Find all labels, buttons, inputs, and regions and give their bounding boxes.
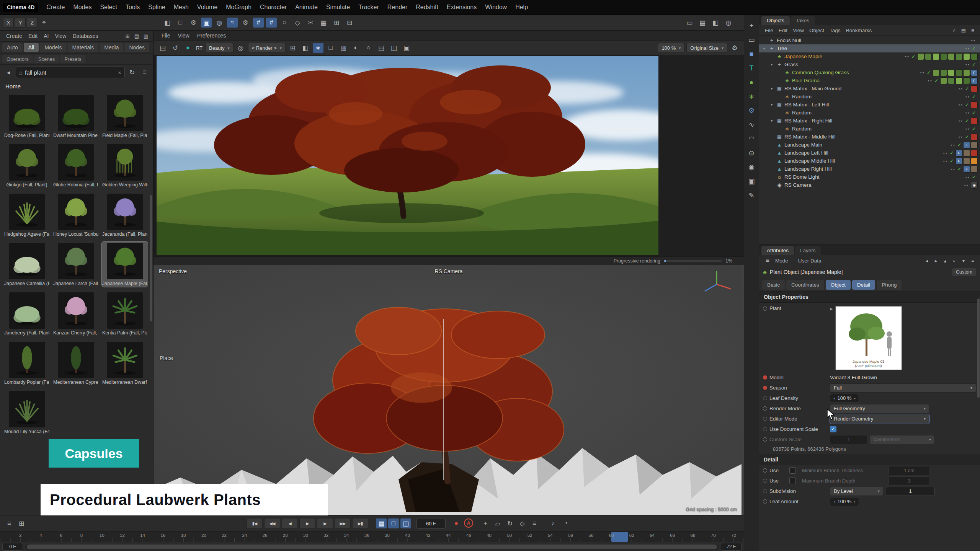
enabled-check-icon[interactable]: ✓ xyxy=(911,54,915,59)
material-tag-icon[interactable] xyxy=(925,53,932,60)
redshift-object-tag-icon[interactable] xyxy=(971,150,978,156)
material-tag-icon[interactable] xyxy=(933,69,939,76)
render-settings-icon[interactable]: ⚙ xyxy=(188,18,199,28)
info-icon[interactable]: ▣ xyxy=(401,43,412,53)
current-frame-field[interactable]: 60 F xyxy=(416,518,446,529)
simulate-icon[interactable]: ≈ xyxy=(227,18,238,28)
redshift-object-tag-icon[interactable] xyxy=(971,117,978,124)
menu-render[interactable]: Render xyxy=(383,2,412,13)
go-to-end-button[interactable]: ▶▮ xyxy=(352,518,368,529)
timeline-tick[interactable]: 38 xyxy=(385,533,390,538)
material-tag-icon[interactable] xyxy=(933,53,939,60)
enabled-check-icon[interactable]: ✓ xyxy=(950,150,954,156)
menu-extensions[interactable]: Extensions xyxy=(443,2,481,13)
timeline-tick[interactable]: 30 xyxy=(303,533,308,538)
timeline-tick[interactable]: 64 xyxy=(650,533,655,538)
asset-tile[interactable]: Lombardy Poplar (Fall... xyxy=(4,340,50,386)
gear-icon[interactable]: ⚙ xyxy=(746,105,757,116)
material-tag-icon[interactable] xyxy=(963,53,970,60)
keyframe-dot[interactable] xyxy=(763,375,767,380)
object-row[interactable]: ▦RS Matrix - Middle Hill●●✓ xyxy=(759,133,980,141)
menu-modes[interactable]: Modes xyxy=(69,2,96,13)
object-row[interactable]: ▲Landscape Right Hill●●✓F xyxy=(759,165,980,173)
timeline-tick[interactable]: 62 xyxy=(629,533,634,538)
visibility-dots-icon[interactable]: ●● xyxy=(905,55,909,58)
object-row[interactable]: ♣Blue Grama●●✓F xyxy=(759,77,980,85)
asset-tile[interactable]: Field Maple (Fall, Plant) xyxy=(102,93,148,139)
om-menu-bookmarks[interactable]: Bookmarks xyxy=(843,27,875,34)
timeline-tick[interactable]: 12 xyxy=(120,533,125,538)
browser-menu-icon[interactable]: ≡ xyxy=(139,67,150,77)
om-menu-object[interactable]: Object xyxy=(807,27,827,34)
timeline-tick[interactable]: 8 xyxy=(80,533,83,538)
asset-tile[interactable]: Japanese Maple (Fall, ... xyxy=(102,241,148,287)
timeline-tick[interactable]: 48 xyxy=(487,533,492,538)
material-tag-icon[interactable] xyxy=(940,69,947,76)
region-icon[interactable]: □ xyxy=(325,43,336,53)
next-key-button[interactable]: ▶▶ xyxy=(335,518,351,529)
visibility-dots-icon[interactable]: ●● xyxy=(958,103,963,106)
attr-tab-coordinates[interactable]: Coordinates xyxy=(786,280,824,290)
axis-x-button[interactable]: X xyxy=(3,18,14,28)
keyframe-dot[interactable] xyxy=(763,396,767,400)
filter-tab-all[interactable]: All xyxy=(24,43,39,52)
plane-icon[interactable]: ▭ xyxy=(746,34,757,45)
pixel-grid-icon[interactable]: ▦ xyxy=(338,43,349,53)
expand-toggle-icon[interactable]: ▾ xyxy=(769,86,774,91)
timeline-tick[interactable]: 68 xyxy=(691,533,696,538)
panel-view-icon[interactable]: ▥ xyxy=(142,32,150,40)
custom-scale-field[interactable]: 1 xyxy=(830,435,867,444)
filter-tab-models[interactable]: Models xyxy=(40,43,66,52)
grid-snap-icon[interactable]: # xyxy=(266,18,277,28)
visibility-dots-icon[interactable]: ●● xyxy=(958,119,963,122)
expand-toggle-icon[interactable]: ▾ xyxy=(769,62,774,67)
timeline-range-scrollbar[interactable] xyxy=(25,544,719,549)
asset-menu-edit[interactable]: Edit xyxy=(25,32,41,40)
custom-button[interactable]: Custom xyxy=(952,268,976,276)
timeline-tick[interactable]: 66 xyxy=(670,533,675,538)
subdivision-mode-select[interactable]: By Level▾ xyxy=(830,487,884,496)
asset-tile[interactable]: Jacaranda (Fall, Plant) xyxy=(102,192,148,238)
next-frame-button[interactable]: ▶ xyxy=(317,518,333,529)
timeline-tick[interactable]: 36 xyxy=(364,533,369,538)
list-view-icon[interactable]: ▤ xyxy=(132,32,141,40)
visibility-dots-icon[interactable]: ●● xyxy=(943,152,947,154)
object-row[interactable]: ∗Random●●✓ xyxy=(759,125,980,133)
timeline-tick[interactable]: 56 xyxy=(568,533,573,538)
search-input[interactable]: ⌂ fall plant × xyxy=(16,67,125,78)
menu-redshift[interactable]: Redshift xyxy=(412,2,443,13)
menu-select[interactable]: Select xyxy=(96,2,121,13)
visibility-dots-icon[interactable]: ●● xyxy=(958,135,963,138)
attr-tab-phong[interactable]: Phong xyxy=(877,280,902,290)
keyframe-dot[interactable] xyxy=(763,499,767,504)
redshift-object-tag-icon[interactable] xyxy=(971,134,978,140)
mograph-add-icon[interactable]: ⊟ xyxy=(344,18,355,28)
keyframe-bar-icon[interactable]: ▤ xyxy=(376,518,387,528)
object-row[interactable]: ∗Random●●✓ xyxy=(759,109,980,117)
asset-tile[interactable]: Juneberry (Fall, Plant) xyxy=(4,291,50,336)
keyframe-dot[interactable] xyxy=(763,386,767,390)
plant-expand-icon[interactable]: ▸ xyxy=(830,305,833,312)
timeline-menu-icon[interactable]: ≡ xyxy=(4,518,15,528)
use-min-checkbox[interactable] xyxy=(789,467,796,474)
range-icon[interactable]: ◫ xyxy=(400,518,411,528)
timeline-tick[interactable]: 70 xyxy=(711,533,716,538)
material-tag-icon[interactable] xyxy=(917,53,924,60)
enabled-check-icon[interactable]: ✓ xyxy=(950,158,954,164)
material-manager-icon[interactable]: ◍ xyxy=(214,18,225,28)
leaf-amount-field[interactable]: ◂100 %▸ xyxy=(830,497,859,506)
keyframe-dot[interactable] xyxy=(763,479,767,483)
min-branch-field[interactable]: 1 cm xyxy=(889,466,930,475)
material-tag-icon[interactable] xyxy=(956,69,962,76)
material-tag-icon[interactable] xyxy=(971,53,978,60)
attr-tab-basic[interactable]: Basic xyxy=(762,280,785,290)
visibility-dots-icon[interactable]: ●● xyxy=(958,87,963,90)
timeline-tick[interactable]: 14 xyxy=(140,533,145,538)
refresh-icon[interactable]: ↻ xyxy=(127,67,137,77)
timeline-tick[interactable]: 46 xyxy=(466,533,471,538)
camera-name-label[interactable]: RS Camera xyxy=(434,268,462,274)
capsule-add-icon[interactable]: ⊞ xyxy=(331,18,342,28)
keyframe-dot[interactable] xyxy=(763,468,767,473)
scissors-icon[interactable]: ✂ xyxy=(305,18,316,28)
ab-compare-icon[interactable]: ◫ xyxy=(389,43,399,53)
